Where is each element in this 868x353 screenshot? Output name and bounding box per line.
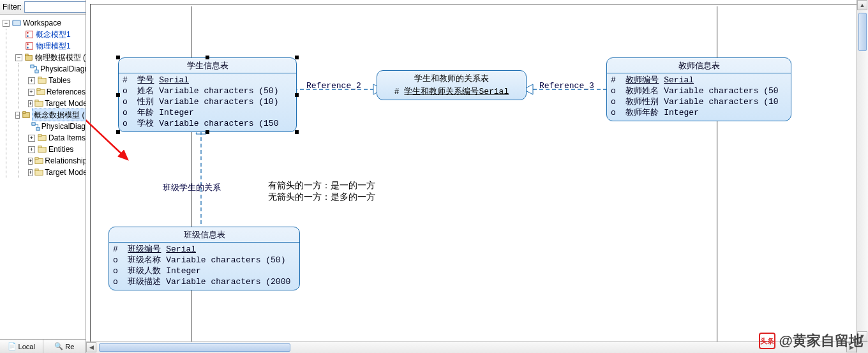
diagram-icon (30, 64, 39, 73)
expand-icon[interactable]: + (28, 158, 33, 165)
entity-title: 学生信息表 (119, 58, 296, 73)
entity-columns: # 教师编号 Serial o 教师姓名 Variable characters… (607, 73, 791, 121)
package-icon (24, 53, 34, 62)
collapse-icon[interactable]: − (15, 112, 20, 119)
entity-student[interactable]: 学生信息表 # 学号 Serial o 姓名 Variable characte… (118, 57, 297, 132)
folder-icon (34, 168, 43, 177)
tree-item-entities[interactable]: +Entities (28, 144, 86, 155)
canvas-note: 有箭头的一方：是一的一方 无箭头的一方：是多的一方 (268, 180, 375, 203)
tree-item-diagram[interactable]: PhysicalDiagr (28, 63, 86, 75)
svg-rect-28 (35, 169, 38, 171)
entity-title: 学生和教师的关系表 (377, 71, 526, 86)
scroll-thumb[interactable] (99, 343, 290, 352)
svg-rect-20 (36, 128, 40, 130)
svg-point-2 (27, 32, 29, 34)
model-tree[interactable]: − Workspace 概念模型1 物理模型1 − 物理数 (0, 15, 86, 339)
sidebar-tabs: 📄Local 🔍Re (0, 339, 86, 353)
filter-label: Filter: (3, 3, 22, 11)
tree-item-references[interactable]: +References (28, 86, 86, 98)
local-icon: 📄 (8, 342, 17, 350)
expand-icon[interactable]: + (28, 135, 35, 142)
svg-rect-26 (35, 158, 38, 160)
repo-icon: 🔍 (54, 342, 63, 350)
watermark-logo-icon: 头条 (759, 333, 775, 349)
package-icon (22, 110, 31, 119)
entity-title: 班级信息表 (109, 227, 299, 243)
filter-bar: Filter: (0, 0, 86, 15)
entity-relation-st[interactable]: 学生和教师的关系表 # 学生和教师关系编号Serial (377, 70, 527, 100)
svg-point-6 (27, 47, 29, 49)
tree-item-tables[interactable]: +Tables (28, 75, 86, 86)
entity-class[interactable]: 班级信息表 # 班级编号 Serial o 班级名称 Variable char… (108, 227, 300, 290)
tree-item-diagram[interactable]: PhysicalDiag (28, 121, 86, 132)
tree-item-dataitems[interactable]: +Data Items (28, 132, 86, 144)
watermark: 头条 @黄家自留地 (759, 331, 863, 350)
tree-root[interactable]: − Workspace (3, 17, 86, 29)
svg-point-5 (27, 43, 29, 45)
svg-rect-8 (26, 54, 28, 56)
expand-icon[interactable]: + (28, 169, 33, 176)
svg-rect-1 (26, 31, 33, 38)
folder-icon (37, 145, 47, 154)
filter-input[interactable] (24, 1, 86, 13)
link-label-class[interactable]: 班级学生的关系 (163, 182, 221, 193)
expand-icon[interactable]: + (28, 89, 34, 96)
tree-item-pdm1[interactable]: 物理模型1 (15, 40, 86, 52)
folder-icon (36, 87, 45, 96)
tree-item-targets[interactable]: +Target Models (28, 98, 86, 109)
entity-columns: # 班级编号 Serial o 班级名称 Variable characters… (109, 243, 299, 290)
diagram-canvas[interactable]: 学生信息表 # 学号 Serial o 姓名 Variable characte… (86, 0, 868, 353)
svg-rect-14 (37, 89, 40, 91)
folder-icon (37, 133, 47, 142)
scroll-up-icon[interactable]: ▲ (857, 0, 867, 10)
expand-icon[interactable]: + (28, 146, 35, 153)
expand-icon[interactable]: + (28, 77, 35, 84)
workspace-icon (11, 19, 22, 27)
horizontal-scrollbar[interactable]: ◀ ▶ (86, 342, 857, 353)
tree-item-cdm[interactable]: − 概念数据模型 ( (15, 109, 86, 121)
svg-rect-9 (31, 65, 34, 68)
folder-icon (34, 156, 43, 165)
collapse-icon[interactable]: − (3, 20, 10, 27)
scroll-thumb[interactable] (858, 13, 867, 51)
expand-icon[interactable]: + (28, 100, 33, 107)
svg-rect-22 (38, 135, 41, 137)
tree-item-pdm[interactable]: − 物理数据模型 ( (15, 52, 86, 63)
vertical-scrollbar[interactable]: ▲ ▼ (857, 0, 868, 342)
sidebar: Filter: − Workspace 概念模型1 物理模型1 (0, 0, 86, 353)
entity-columns: # 学号 Serial o 姓名 Variable characters (50… (119, 73, 296, 131)
entity-teacher[interactable]: 教师信息表 # 教师编号 Serial o 教师姓名 Variable char… (606, 57, 791, 121)
tree-item-cdm1[interactable]: 概念模型1 (15, 29, 86, 40)
svg-rect-10 (35, 70, 38, 73)
svg-rect-12 (38, 77, 41, 79)
tree-item-targets[interactable]: +Target Models (28, 167, 86, 178)
svg-point-3 (27, 35, 29, 37)
watermark-text: @黄家自留地 (779, 331, 863, 350)
tab-local[interactable]: 📄Local (0, 340, 43, 353)
diagram-icon (31, 122, 40, 131)
svg-rect-0 (13, 20, 20, 26)
tab-repository[interactable]: 🔍Re (43, 340, 86, 353)
svg-rect-4 (26, 43, 33, 50)
svg-line-29 (86, 109, 128, 160)
collapse-icon[interactable]: − (15, 54, 22, 61)
entity-title: 教师信息表 (607, 58, 791, 73)
folder-icon (37, 76, 47, 85)
scroll-left-icon[interactable]: ◀ (86, 342, 96, 352)
model-icon (24, 30, 34, 39)
annotation-arrow-icon (86, 109, 137, 166)
svg-rect-16 (35, 100, 38, 102)
svg-rect-19 (32, 123, 35, 125)
svg-rect-18 (23, 112, 26, 114)
tree-item-relationships[interactable]: +Relationships (28, 155, 86, 167)
link-label-ref2[interactable]: Reference_2 (306, 81, 361, 91)
folder-icon (34, 99, 43, 108)
link-label-ref3[interactable]: Reference_3 (539, 81, 594, 91)
model-icon (24, 41, 34, 50)
svg-rect-24 (38, 146, 41, 148)
